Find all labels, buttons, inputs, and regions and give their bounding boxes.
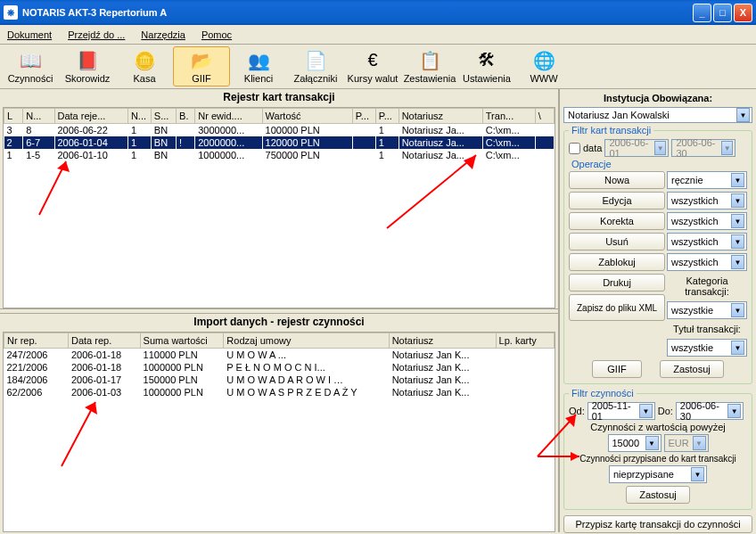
col-header[interactable]: Notariusz [399,109,482,124]
col-header[interactable]: Rodzaj umowy [224,333,389,348]
new-button[interactable]: Nowa [569,171,665,189]
col-header[interactable]: Data rep. [68,333,140,348]
delete-button[interactable]: Usuń [569,233,665,251]
table-row[interactable]: 26-72006-01-041BN!2000000...120000 PLN1N… [4,136,555,149]
app-icon: ❋ [4,5,18,20]
institution-select[interactable]: Notariusz Jan Kowalski▼ [563,107,752,123]
toolbar-giif[interactable]: 📂GIIF [173,46,230,86]
toolbar-czynności[interactable]: 📖Czynności [2,46,59,86]
activity-filter-group: Filtr czynności Od: 2005-11-01▼ Do: 2006… [563,388,752,510]
top-panel-title: Rejestr kart transakcji [0,89,558,107]
toolbar-www[interactable]: 🌐WWW [515,46,572,86]
col-header[interactable]: N... [127,109,151,124]
institution-label: Instytucja Obowiązana: [563,93,752,103]
col-header[interactable]: Nr ewid.... [195,109,262,124]
menu-item[interactable]: Dokument [7,29,52,40]
toolbar-klienci[interactable]: 👥Klienci [230,46,287,86]
transactions-grid[interactable]: LN...Data reje...N...S...B.Nr ewid....Wa… [3,107,555,308]
from-date[interactable]: 2005-11-01▼ [588,402,655,420]
activities-grid[interactable]: Nr rep.Data rep.Suma wartościRodzaj umow… [3,332,555,533]
toolbar-zestawienia[interactable]: 📋Zestawienia [401,46,458,86]
giif-button[interactable]: GIIF [592,360,642,378]
svg-line-2 [387,155,476,228]
to-label: Do: [658,406,673,416]
value-input[interactable]: 15000▼ [608,434,662,452]
table-row[interactable]: 382006-06-221BN3000000...100000 PLN1Nota… [4,124,555,137]
col-header[interactable]: Lp. karty [496,333,554,348]
assign-button[interactable]: Przypisz kartę transakcji do czynności [563,515,752,533]
apply-button[interactable]: Zastosuj [660,360,724,378]
title-label: Tytuł transakcji: [667,324,747,334]
menu-item[interactable]: Pomoc [201,29,232,40]
title-select[interactable]: wszystkie▼ [667,339,747,357]
col-header[interactable]: Wartość [262,109,352,124]
minimize-button[interactable]: _ [693,4,711,22]
value-above-label: Czynności z wartością powyżej [569,422,747,432]
toolbar-kasa[interactable]: 🪙Kasa [116,46,173,86]
correct-button[interactable]: Korekta [569,212,665,230]
currency-select[interactable]: EUR▼ [664,434,709,452]
col-header[interactable]: Nr rep. [4,333,69,348]
activity-filter-legend: Filtr czynności [569,388,637,398]
filter-c1[interactable]: ręcznie▼ [667,171,747,189]
col-header[interactable]: P... [352,109,375,124]
edit-button[interactable]: Edycja [569,192,665,209]
bottom-panel-title: Import danych - rejestr czynności [0,314,558,332]
col-header[interactable]: P... [375,109,399,124]
svg-marker-1 [57,161,70,172]
apply2-button[interactable]: Zastosuj [626,486,690,504]
table-row[interactable]: 184/20062006-01-17150000 PLNU M O W A D … [4,374,555,386]
date-checkbox[interactable] [569,143,580,154]
titlebar: ❋ NOTARIS AKT-3 Repertorium A _ □ X [0,0,756,25]
col-header[interactable]: Suma wartości [140,333,224,348]
close-button[interactable]: X [734,4,752,22]
filter-c3[interactable]: wszystkich▼ [667,212,747,230]
save-xml-button[interactable]: Zapisz do pliku XML [569,294,665,321]
toolbar-załączniki[interactable]: 📄Załączniki [287,46,344,86]
col-header[interactable]: B. [177,109,195,124]
block-button[interactable]: Zablokuj [569,253,665,271]
col-header[interactable]: Notariusz [389,333,496,348]
col-header[interactable]: Tran... [482,109,535,124]
czynności-icon: 📖 [20,50,41,71]
menubar: DokumentPrzejdź do ...NarzędziaPomoc [0,25,756,45]
table-row[interactable]: 221/20062006-01-181000000 PLNP E Ł N O M… [4,361,555,374]
table-row[interactable]: 11-52006-01-101BN1000000...750000 PLN1No… [4,149,555,161]
print-button[interactable]: Drukuj [569,274,665,292]
svg-line-0 [39,161,66,215]
table-row[interactable]: 62/20062006-01-031000000 PLNU M O W A S … [4,386,555,398]
toolbar-ustawienia[interactable]: 🛠Ustawienia [458,46,515,86]
kursy walut-icon: € [362,50,383,71]
col-header[interactable]: L [4,109,23,124]
col-header[interactable]: Data reje... [54,109,127,124]
toolbar-kursy walut[interactable]: €Kursy walut [344,46,401,86]
filter-c4[interactable]: wszystkich▼ [667,233,747,251]
trans-filter-group: Filtr kart transakcji data 2006-06-01▼ 2… [563,125,752,384]
www-icon: 🌐 [533,50,555,71]
kasa-icon: 🪙 [134,50,155,71]
table-row[interactable]: 247/20062006-01-18110000 PLNU M O W A ..… [4,348,555,361]
col-header[interactable]: S... [151,109,176,124]
to-date[interactable]: 2006-06-30▼ [676,402,744,420]
date-from[interactable]: 2006-06-01▼ [604,139,669,157]
svg-line-4 [62,402,95,466]
category-label: Kategoria transakcji: [667,275,747,297]
zestawienia-icon: 📋 [419,50,440,71]
filter-c2[interactable]: wszystkich▼ [667,192,747,209]
assigned-select[interactable]: nieprzypisane▼ [609,465,707,483]
col-header[interactable]: N... [23,109,54,124]
from-label: Od: [569,406,585,416]
date-to[interactable]: 2006-06-30▼ [671,139,735,157]
category-select[interactable]: wszystkie▼ [667,301,747,319]
assigned-label: Czynności przypisane do kart transakcji [569,454,747,464]
menu-item[interactable]: Narzędzia [141,29,185,40]
menu-item[interactable]: Przejdź do ... [68,29,125,40]
filter-c5[interactable]: wszystkich▼ [667,253,747,271]
operations-label: Operacje [569,159,747,169]
maximize-button[interactable]: □ [713,4,732,22]
toolbar-skorowidz[interactable]: 📕Skorowidz [59,46,116,86]
date-label: data [583,143,602,153]
col-header[interactable]: \ [535,109,554,124]
klienci-icon: 👥 [248,50,269,71]
załączniki-icon: 📄 [305,50,326,71]
